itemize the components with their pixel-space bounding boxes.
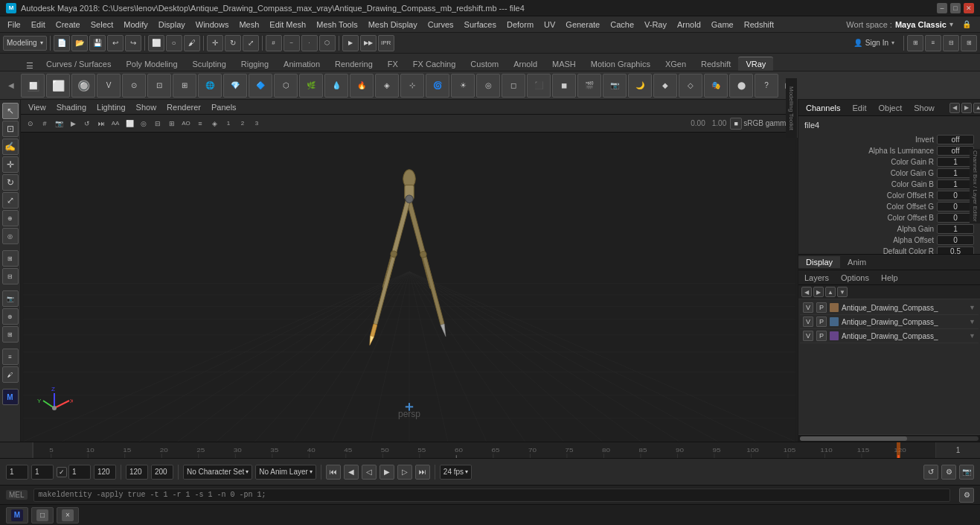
pb-go-end-btn[interactable]: ⏭: [415, 465, 430, 480]
redo-btn[interactable]: ↪: [125, 35, 141, 51]
layer-v-btn-2[interactable]: V: [803, 316, 813, 327]
da-tab-anim[interactable]: Anim: [840, 256, 874, 268]
shelf-icon-11[interactable]: ⬡: [274, 74, 298, 98]
pb-settings-btn[interactable]: ⚙: [941, 465, 956, 480]
pb-fps-dropdown[interactable]: 24 fps ▾: [440, 465, 472, 480]
layer-arrow-2[interactable]: ▼: [969, 318, 976, 325]
cb-value-color-gain-g[interactable]: 1: [937, 168, 974, 178]
shelf-icon-29[interactable]: ⬤: [729, 74, 753, 98]
shelf-icon-14[interactable]: 🔥: [350, 74, 374, 98]
vp-tex-btn[interactable]: ⊟: [151, 117, 164, 130]
vp-res3-btn[interactable]: 3: [250, 117, 263, 130]
taskbar-restore-btn[interactable]: □: [31, 507, 54, 524]
shelf-icon-20[interactable]: ◻: [502, 74, 525, 98]
camera-zoom[interactable]: ⊞: [2, 326, 19, 343]
pb-no-char-set[interactable]: No Character Set ▾: [183, 465, 252, 480]
universal-manip[interactable]: ⊕: [2, 210, 19, 226]
snap-curve-btn[interactable]: ~: [284, 35, 300, 51]
pb-play-fwd-btn[interactable]: ▶: [379, 465, 394, 480]
shelf-icon-23[interactable]: 🎬: [577, 74, 601, 98]
close-button[interactable]: ✕: [964, 3, 974, 13]
camera-pan[interactable]: ⊕: [2, 308, 19, 325]
vp-loop-btn[interactable]: ↺: [80, 117, 94, 130]
select-mode-btn[interactable]: ⬜: [148, 35, 164, 51]
vp-aa-btn[interactable]: AA: [109, 117, 122, 130]
vp-menu-panels[interactable]: Panels: [207, 102, 241, 112]
undo-btn[interactable]: ↩: [107, 35, 124, 51]
shelf-icon-25[interactable]: 🌙: [628, 74, 652, 98]
shelf-icon-4[interactable]: V: [97, 74, 121, 98]
sign-in-btn[interactable]: Sign In: [865, 39, 888, 47]
soft-mod-tool[interactable]: ◎: [2, 228, 19, 244]
timeline-ruler[interactable]: 5 10 15 20 25 30 35 40 45 50 55 60 65 70…: [33, 442, 935, 458]
layer-v-btn-1[interactable]: V: [803, 302, 813, 313]
shelf-icon-1[interactable]: 🔲: [21, 74, 45, 98]
viewport-canvas[interactable]: X Y Z persp: [21, 133, 798, 442]
cb-tab-show[interactable]: Show: [911, 102, 938, 114]
shelf-icon-28[interactable]: 🎭: [704, 74, 728, 98]
shelf-icon-18[interactable]: ☀: [451, 74, 475, 98]
menu-display[interactable]: Display: [154, 19, 190, 31]
menu-mesh-display[interactable]: Mesh Display: [364, 19, 422, 31]
lasso-select-btn[interactable]: ○: [166, 35, 182, 51]
shelf-icon-26[interactable]: ◆: [653, 74, 677, 98]
menu-deform[interactable]: Deform: [502, 19, 538, 31]
pb-range-end[interactable]: 120: [94, 465, 116, 480]
menu-arnold[interactable]: Arnold: [673, 19, 705, 31]
shelf-icon-16[interactable]: ⊹: [400, 74, 424, 98]
shelf-icon-17[interactable]: 🌀: [426, 74, 449, 98]
taskbar-maya-btn[interactable]: M: [6, 507, 28, 524]
shelf-tab-fx-caching[interactable]: FX Caching: [406, 57, 463, 71]
menu-windows[interactable]: Windows: [191, 19, 234, 31]
vp-shadow-btn[interactable]: ⊞: [165, 117, 179, 130]
shelf-tab-custom[interactable]: Custom: [463, 57, 506, 71]
taskbar-close-btn[interactable]: ×: [57, 507, 79, 524]
menu-cache[interactable]: Cache: [606, 19, 638, 31]
vp-menu-renderer[interactable]: Renderer: [162, 102, 205, 112]
pb-play-back-btn[interactable]: ◁: [362, 465, 377, 480]
select-tool-btn[interactable]: ↖: [2, 103, 19, 119]
layers-scroll-left[interactable]: ◀: [801, 287, 812, 297]
vp-cam-btn[interactable]: 📷: [52, 117, 65, 130]
layers-tab-layers[interactable]: Layers: [801, 273, 832, 283]
paint-weights-btn[interactable]: 🖌: [2, 366, 19, 383]
cb-value-color-gain-r[interactable]: 1: [937, 157, 974, 167]
menu-select[interactable]: Select: [86, 19, 118, 31]
layers-tab-options[interactable]: Options: [838, 273, 872, 283]
shelf-icon-30[interactable]: ?: [755, 74, 778, 98]
menu-file[interactable]: File: [3, 19, 25, 31]
cb-value-color-offset-g[interactable]: 0: [937, 202, 974, 211]
menu-redshift[interactable]: Redshift: [740, 19, 778, 31]
move-tool[interactable]: ✛: [2, 156, 19, 173]
vp-smooth-btn[interactable]: ◎: [137, 117, 150, 130]
da-tab-display[interactable]: Display: [798, 256, 840, 268]
snap-point-btn[interactable]: ·: [301, 35, 318, 51]
shelf-tab-mash[interactable]: MASH: [545, 57, 583, 71]
cb-value-color-offset-r[interactable]: 0: [937, 191, 974, 200]
menu-edit-mesh[interactable]: Edit Mesh: [265, 19, 310, 31]
shelf-icon-5[interactable]: ⊙: [122, 74, 146, 98]
pb-go-start-btn[interactable]: ⏮: [326, 465, 341, 480]
pb-total-frames[interactable]: 200: [151, 465, 173, 480]
menu-surfaces[interactable]: Surfaces: [460, 19, 501, 31]
maya-logo-btn[interactable]: M: [2, 389, 19, 405]
shelf-icon-27[interactable]: ◇: [679, 74, 702, 98]
new-scene-btn[interactable]: 📄: [54, 35, 70, 51]
outline-view-btn[interactable]: ≡: [2, 349, 19, 365]
layers-hscroll-track[interactable]: [800, 436, 979, 441]
menu-curves[interactable]: Curves: [423, 19, 458, 31]
shelf-tab-curves-surfaces[interactable]: Curves / Surfaces: [39, 57, 118, 71]
menu-game[interactable]: Game: [707, 19, 738, 31]
cb-value-alpha-luminance[interactable]: off: [937, 146, 974, 156]
cb-nav-right[interactable]: ▶: [961, 103, 972, 113]
rt-btn-3[interactable]: ⊟: [943, 35, 959, 51]
pb-checkbox-value[interactable]: 1: [68, 465, 91, 480]
lasso-btn[interactable]: ✍: [2, 139, 19, 155]
vp-ao-btn[interactable]: AO: [179, 117, 193, 130]
camera-tools[interactable]: 📷: [2, 290, 19, 307]
shelf-tab-sculpting[interactable]: Sculpting: [185, 57, 234, 71]
layers-scroll-up[interactable]: ▲: [825, 287, 836, 297]
vp-home-btn[interactable]: ⊙: [24, 117, 37, 130]
snap-grid-btn[interactable]: #: [266, 35, 282, 51]
cb-tab-edit[interactable]: Edit: [849, 102, 869, 114]
